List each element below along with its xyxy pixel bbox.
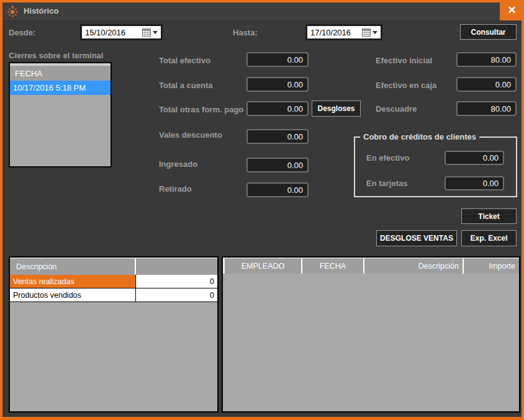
terminal-panel-title: Cierres sobre el terminal <box>9 51 103 60</box>
total-efectivo-label: Total efectivo <box>159 56 210 65</box>
total-efectivo-field[interactable] <box>246 52 309 67</box>
ingresado-label: Ingresado <box>159 159 197 169</box>
retirado-field[interactable] <box>246 182 309 197</box>
exp-excel-button[interactable]: Exp. Excel <box>461 230 517 246</box>
hasta-label: Hasta: <box>233 28 258 37</box>
ticket-button[interactable]: Ticket <box>461 208 517 224</box>
close-button[interactable]: ✕ <box>500 0 524 20</box>
summary-table: Descripción Ventas realizadas 0 Producto… <box>9 256 219 413</box>
hasta-date-value: 17/10/2016 <box>307 28 362 37</box>
closures-list: FECHA 10/17/2016 5:18 PM <box>9 62 112 168</box>
value-column-header[interactable] <box>136 259 217 275</box>
descripcion-column-header[interactable]: Descripción <box>10 259 136 275</box>
en-efectivo-label: En efectivo <box>366 153 409 163</box>
summary-row-value: 0 <box>136 288 217 302</box>
movements-table: EMPLEADO FECHA Descripción Importe <box>222 256 520 413</box>
close-icon: ✕ <box>507 4 516 17</box>
efectivo-inicial-label: Efectivo inicial <box>376 56 432 65</box>
summary-row-label: Productos vendidos <box>10 288 136 302</box>
calendar-icon <box>142 29 151 37</box>
fecha-column-header[interactable]: FECHA <box>10 66 111 81</box>
movements-table-header: EMPLEADO FECHA Descripción Importe <box>223 257 519 274</box>
en-tarjetas-label: En tarjetas <box>366 179 407 188</box>
empleado-column-header[interactable]: EMPLEADO <box>225 259 302 274</box>
en-efectivo-field[interactable] <box>445 151 504 165</box>
summary-row-label: Ventas realizadas <box>10 275 136 288</box>
retirado-label: Retirado <box>159 184 192 194</box>
vales-descuento-label: Vales descuento <box>159 130 222 140</box>
table-row[interactable]: Productos vendidos 0 <box>10 288 217 302</box>
desglose-ventas-button[interactable]: DESGLOSE VENTAS <box>376 230 457 246</box>
desgloses-button[interactable]: Desgloses <box>312 101 361 117</box>
efectivo-en-caja-field[interactable] <box>456 77 517 92</box>
desde-datepicker[interactable]: 15/10/2016 <box>80 24 163 40</box>
desde-date-value: 15/10/2016 <box>82 28 142 37</box>
summary-row-value: 0 <box>136 275 217 288</box>
chevron-down-icon <box>153 31 158 34</box>
sunburst-app-icon <box>6 5 19 17</box>
title-bar <box>2 2 522 21</box>
hasta-datepicker[interactable]: 17/10/2016 <box>305 24 382 40</box>
total-otras-formas-field[interactable] <box>246 101 309 116</box>
summary-table-header: Descripción <box>10 257 217 275</box>
credits-legend: Cobro de créditos de clientes <box>360 132 479 141</box>
en-tarjetas-field[interactable] <box>445 176 504 190</box>
consultar-button[interactable]: Consultar <box>460 24 517 40</box>
efectivo-en-caja-label: Efectivo en caja <box>376 81 436 90</box>
calendar-icon <box>362 29 371 37</box>
closure-row-selected[interactable]: 10/17/2016 5:18 PM <box>10 81 111 95</box>
historico-dialog: Histórico ✕ Desde: 15/10/2016 Hasta: 17/… <box>0 0 524 420</box>
fecha-column-header[interactable]: FECHA <box>302 259 364 274</box>
total-a-cuenta-label: Total a cuenta <box>159 81 212 90</box>
descripcion-column-header[interactable]: Descripción <box>364 259 464 274</box>
chevron-down-icon <box>373 31 377 34</box>
importe-column-header[interactable]: Importe <box>464 259 519 274</box>
total-otras-formas-label: Total otras form. pago <box>159 105 243 114</box>
vales-descuento-field[interactable] <box>246 129 309 144</box>
ingresado-field[interactable] <box>246 158 309 172</box>
window-title: Histórico <box>24 6 58 16</box>
desde-label: Desde: <box>9 28 35 37</box>
descuadre-field[interactable] <box>456 101 517 116</box>
descuadre-label: Descuadre <box>376 104 417 114</box>
table-row[interactable]: Ventas realizadas 0 <box>10 275 217 288</box>
total-a-cuenta-field[interactable] <box>246 77 309 92</box>
efectivo-inicial-field[interactable] <box>456 52 517 67</box>
